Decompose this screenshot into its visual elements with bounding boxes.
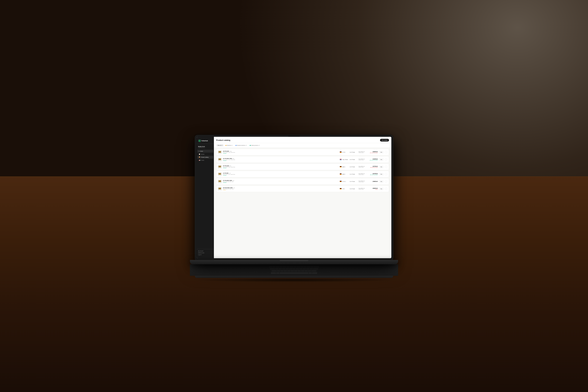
view-button[interactable]: View (379, 180, 384, 182)
key[interactable] (276, 266, 279, 268)
key[interactable] (303, 268, 306, 270)
sidebar-my-account[interactable]: My account (198, 250, 212, 252)
grade-label: C II-IV (342, 188, 344, 189)
product-grade: Grade 1 (340, 166, 348, 167)
key[interactable] (311, 270, 316, 272)
key[interactable] (280, 270, 284, 272)
key[interactable] (299, 268, 302, 270)
key[interactable] (298, 270, 301, 272)
keyboard (230, 266, 358, 274)
key[interactable] (283, 266, 286, 268)
product-delivery: From W34, 24 Delivery week (358, 173, 367, 175)
sidebar-item-home[interactable]: ⌂ Home (197, 150, 213, 152)
key[interactable] (287, 270, 290, 272)
product-grade: C II-IV (340, 188, 348, 189)
key[interactable] (301, 270, 304, 272)
key[interactable] (286, 266, 290, 268)
key[interactable] (292, 268, 296, 270)
key[interactable] (275, 268, 278, 270)
key[interactable] (314, 266, 319, 268)
key[interactable] (284, 270, 287, 272)
key[interactable] (289, 268, 292, 270)
keyboard-row (230, 266, 358, 268)
key[interactable] (277, 270, 280, 272)
table-row: 37×75×3000–5000 3 Mk Sawn timber, Fresh,… (216, 156, 389, 163)
key[interactable] (308, 270, 311, 272)
favorite-button[interactable]: ♡ (385, 188, 388, 190)
svg-rect-8 (218, 166, 221, 166)
tab-view-all[interactable]: View all • 6 (216, 144, 224, 146)
key[interactable] (271, 272, 276, 274)
key[interactable] (272, 270, 277, 272)
key[interactable] (279, 268, 282, 270)
view-button[interactable]: View (379, 151, 384, 153)
delivery-from: From W33, 24 (358, 158, 367, 160)
screen-bezel: 🌲 Timberhub Martijn Groot mg@timberhub.n… (195, 135, 393, 260)
key[interactable] (309, 272, 312, 274)
delivery-week: Delivery week (358, 167, 367, 168)
key[interactable] (291, 270, 294, 272)
key[interactable] (310, 268, 313, 270)
grade-label: T.C II-IV (342, 152, 345, 153)
sidebar-item-quotes[interactable]: 📋 Quotes (197, 153, 213, 156)
key[interactable] (290, 266, 293, 268)
key[interactable] (296, 268, 299, 270)
flag-de (340, 181, 342, 182)
tab-standard[interactable]: Standard selection • 0 (234, 144, 248, 146)
key[interactable] (312, 272, 317, 274)
svg-rect-15 (218, 188, 221, 189)
key[interactable] (282, 268, 285, 270)
key[interactable] (313, 268, 318, 270)
tab-added[interactable]: Added products • 0 (248, 144, 261, 146)
svg-rect-3 (218, 159, 221, 160)
favorite-button[interactable]: ♡ (385, 180, 388, 183)
flag-de (340, 152, 342, 153)
sidebar-logout[interactable]: Log out (198, 254, 212, 256)
sidebar: 🌲 Timberhub Martijn Groot mg@timberhub.n… (197, 137, 214, 258)
edit-catalog-button[interactable]: Edit catalog (380, 139, 389, 142)
delivery-week: Delivery week (358, 174, 367, 175)
key[interactable] (280, 266, 283, 268)
key[interactable] (307, 266, 310, 268)
svg-rect-16 (218, 189, 221, 189)
key[interactable] (276, 272, 279, 274)
tabs-bar: View all • 6 Watchlist • 0 Standard sele… (214, 143, 391, 148)
product-grade: Grade 1 (340, 174, 348, 175)
favorite-button[interactable]: ♡ (385, 166, 388, 168)
key[interactable] (304, 266, 307, 268)
key[interactable] (304, 270, 308, 272)
keyboard-row (230, 268, 358, 270)
product-status: Available (223, 153, 339, 154)
product-delivery: From W33, 24 Delivery week (358, 158, 367, 160)
view-button[interactable]: View (379, 166, 384, 168)
spacebar[interactable] (280, 272, 308, 274)
main-content: Product catalog Edit catalog View all • … (214, 137, 391, 258)
favorite-button[interactable]: ♡ (385, 151, 388, 154)
key[interactable] (310, 266, 314, 268)
key[interactable] (272, 266, 276, 268)
key[interactable] (294, 270, 297, 272)
tab-watchlist[interactable]: Watchlist • 0 (224, 144, 234, 146)
delivery-week: Delivery week (358, 160, 367, 160)
key[interactable] (269, 266, 272, 268)
view-button[interactable]: View (379, 158, 384, 160)
grade-label: Grade 1 (342, 174, 346, 175)
key[interactable] (270, 268, 275, 270)
key[interactable] (300, 266, 303, 268)
catalog-icon: 📦 (199, 156, 200, 158)
key[interactable] (293, 266, 296, 268)
view-button[interactable]: View (379, 188, 384, 190)
price-value: 205€/m3 (368, 188, 378, 189)
key[interactable] (297, 266, 300, 268)
key[interactable] (306, 268, 309, 270)
favorite-button[interactable]: ♡ (385, 173, 388, 176)
sidebar-address-book[interactable]: Address book (198, 252, 212, 254)
favorite-button[interactable]: ♡ (385, 158, 388, 161)
svg-rect-13 (218, 182, 221, 182)
sidebar-item-catalog[interactable]: 📦 Product catalog (197, 156, 213, 158)
tab-label: Standard selection • 0 (237, 145, 247, 146)
view-button[interactable]: View (379, 173, 384, 175)
product-info: 23×120×3000–5000 1 Mk Sawn timber, KD 18… (223, 187, 339, 190)
sidebar-item-trucks[interactable]: 🚛 Trucks (197, 159, 213, 162)
key[interactable] (286, 268, 289, 270)
